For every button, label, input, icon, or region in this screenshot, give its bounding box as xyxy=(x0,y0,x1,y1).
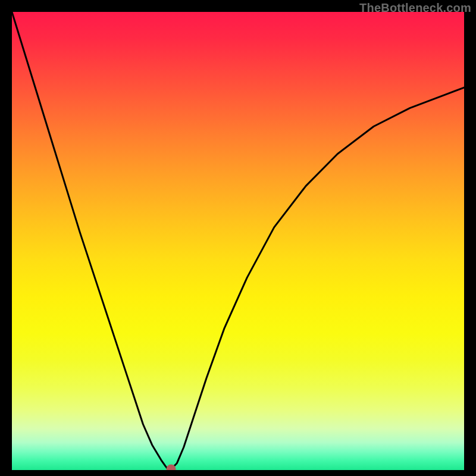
chart-frame: TheBottleneck.com xyxy=(0,0,476,476)
plot-area xyxy=(12,12,464,470)
curve-layer xyxy=(12,12,464,470)
watermark-text: TheBottleneck.com xyxy=(359,1,471,15)
bottleneck-curve xyxy=(12,12,464,469)
